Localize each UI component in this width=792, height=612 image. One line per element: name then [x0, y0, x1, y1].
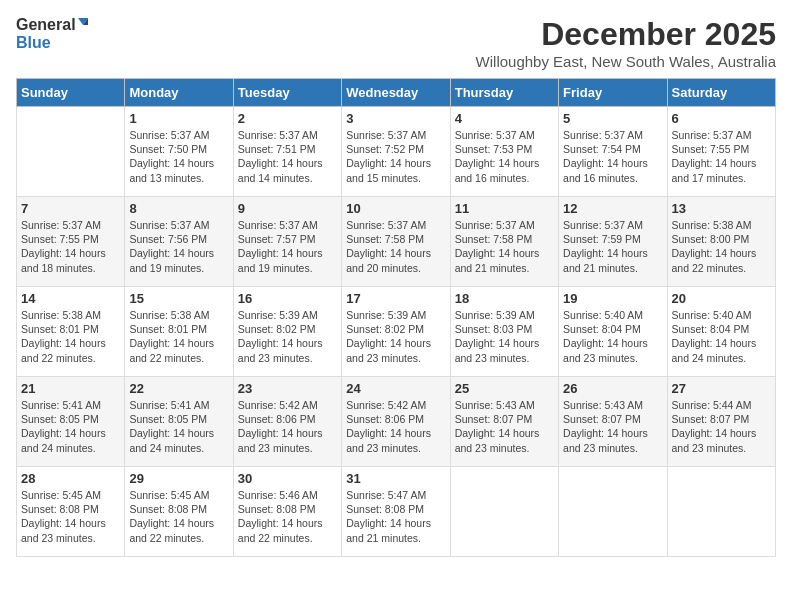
calendar-cell — [17, 107, 125, 197]
day-number: 22 — [129, 381, 228, 396]
calendar-week-row: 1Sunrise: 5:37 AM Sunset: 7:50 PM Daylig… — [17, 107, 776, 197]
calendar-cell: 24Sunrise: 5:42 AM Sunset: 8:06 PM Dayli… — [342, 377, 450, 467]
cell-content: Sunrise: 5:37 AM Sunset: 7:50 PM Dayligh… — [129, 128, 228, 185]
calendar-cell: 15Sunrise: 5:38 AM Sunset: 8:01 PM Dayli… — [125, 287, 233, 377]
calendar-cell: 3Sunrise: 5:37 AM Sunset: 7:52 PM Daylig… — [342, 107, 450, 197]
calendar-cell: 10Sunrise: 5:37 AM Sunset: 7:58 PM Dayli… — [342, 197, 450, 287]
day-number: 11 — [455, 201, 554, 216]
day-number: 31 — [346, 471, 445, 486]
day-number: 28 — [21, 471, 120, 486]
calendar-cell: 7Sunrise: 5:37 AM Sunset: 7:55 PM Daylig… — [17, 197, 125, 287]
calendar-cell: 28Sunrise: 5:45 AM Sunset: 8:08 PM Dayli… — [17, 467, 125, 557]
cell-content: Sunrise: 5:37 AM Sunset: 7:56 PM Dayligh… — [129, 218, 228, 275]
cell-content: Sunrise: 5:39 AM Sunset: 8:02 PM Dayligh… — [346, 308, 445, 365]
calendar-cell: 31Sunrise: 5:47 AM Sunset: 8:08 PM Dayli… — [342, 467, 450, 557]
logo-container: GeneralBlue — [16, 16, 94, 51]
day-number: 26 — [563, 381, 662, 396]
day-number: 1 — [129, 111, 228, 126]
day-number: 8 — [129, 201, 228, 216]
calendar-week-row: 7Sunrise: 5:37 AM Sunset: 7:55 PM Daylig… — [17, 197, 776, 287]
cell-content: Sunrise: 5:38 AM Sunset: 8:01 PM Dayligh… — [21, 308, 120, 365]
calendar-cell: 25Sunrise: 5:43 AM Sunset: 8:07 PM Dayli… — [450, 377, 558, 467]
calendar-cell: 5Sunrise: 5:37 AM Sunset: 7:54 PM Daylig… — [559, 107, 667, 197]
day-number: 4 — [455, 111, 554, 126]
day-number: 3 — [346, 111, 445, 126]
subtitle: Willoughby East, New South Wales, Austra… — [476, 53, 776, 70]
cell-content: Sunrise: 5:37 AM Sunset: 7:51 PM Dayligh… — [238, 128, 337, 185]
day-number: 7 — [21, 201, 120, 216]
cell-content: Sunrise: 5:45 AM Sunset: 8:08 PM Dayligh… — [129, 488, 228, 545]
calendar-cell: 16Sunrise: 5:39 AM Sunset: 8:02 PM Dayli… — [233, 287, 341, 377]
logo: GeneralBlue — [16, 16, 94, 51]
calendar-cell: 20Sunrise: 5:40 AM Sunset: 8:04 PM Dayli… — [667, 287, 775, 377]
cell-content: Sunrise: 5:42 AM Sunset: 8:06 PM Dayligh… — [346, 398, 445, 455]
cell-content: Sunrise: 5:38 AM Sunset: 8:01 PM Dayligh… — [129, 308, 228, 365]
day-number: 20 — [672, 291, 771, 306]
day-number: 21 — [21, 381, 120, 396]
calendar-week-row: 28Sunrise: 5:45 AM Sunset: 8:08 PM Dayli… — [17, 467, 776, 557]
calendar-cell: 27Sunrise: 5:44 AM Sunset: 8:07 PM Dayli… — [667, 377, 775, 467]
weekday-header-tuesday: Tuesday — [233, 79, 341, 107]
weekday-header-saturday: Saturday — [667, 79, 775, 107]
day-number: 18 — [455, 291, 554, 306]
day-number: 23 — [238, 381, 337, 396]
weekday-header-monday: Monday — [125, 79, 233, 107]
weekday-header-row: SundayMondayTuesdayWednesdayThursdayFrid… — [17, 79, 776, 107]
cell-content: Sunrise: 5:37 AM Sunset: 7:59 PM Dayligh… — [563, 218, 662, 275]
calendar-cell: 29Sunrise: 5:45 AM Sunset: 8:08 PM Dayli… — [125, 467, 233, 557]
calendar-cell: 11Sunrise: 5:37 AM Sunset: 7:58 PM Dayli… — [450, 197, 558, 287]
calendar-cell: 8Sunrise: 5:37 AM Sunset: 7:56 PM Daylig… — [125, 197, 233, 287]
day-number: 29 — [129, 471, 228, 486]
title-section: December 2025 Willoughby East, New South… — [476, 16, 776, 70]
cell-content: Sunrise: 5:37 AM Sunset: 7:57 PM Dayligh… — [238, 218, 337, 275]
weekday-header-thursday: Thursday — [450, 79, 558, 107]
calendar-cell — [667, 467, 775, 557]
cell-content: Sunrise: 5:37 AM Sunset: 7:53 PM Dayligh… — [455, 128, 554, 185]
day-number: 5 — [563, 111, 662, 126]
cell-content: Sunrise: 5:45 AM Sunset: 8:08 PM Dayligh… — [21, 488, 120, 545]
cell-content: Sunrise: 5:43 AM Sunset: 8:07 PM Dayligh… — [455, 398, 554, 455]
cell-content: Sunrise: 5:40 AM Sunset: 8:04 PM Dayligh… — [563, 308, 662, 365]
calendar-cell: 18Sunrise: 5:39 AM Sunset: 8:03 PM Dayli… — [450, 287, 558, 377]
calendar-cell: 13Sunrise: 5:38 AM Sunset: 8:00 PM Dayli… — [667, 197, 775, 287]
cell-content: Sunrise: 5:43 AM Sunset: 8:07 PM Dayligh… — [563, 398, 662, 455]
cell-content: Sunrise: 5:39 AM Sunset: 8:03 PM Dayligh… — [455, 308, 554, 365]
calendar-cell: 17Sunrise: 5:39 AM Sunset: 8:02 PM Dayli… — [342, 287, 450, 377]
day-number: 30 — [238, 471, 337, 486]
cell-content: Sunrise: 5:37 AM Sunset: 7:58 PM Dayligh… — [455, 218, 554, 275]
main-title: December 2025 — [476, 16, 776, 53]
calendar-week-row: 21Sunrise: 5:41 AM Sunset: 8:05 PM Dayli… — [17, 377, 776, 467]
day-number: 12 — [563, 201, 662, 216]
day-number: 2 — [238, 111, 337, 126]
cell-content: Sunrise: 5:37 AM Sunset: 7:55 PM Dayligh… — [672, 128, 771, 185]
day-number: 10 — [346, 201, 445, 216]
logo-general-text: General — [16, 16, 76, 34]
day-number: 27 — [672, 381, 771, 396]
calendar-cell: 6Sunrise: 5:37 AM Sunset: 7:55 PM Daylig… — [667, 107, 775, 197]
day-number: 14 — [21, 291, 120, 306]
cell-content: Sunrise: 5:38 AM Sunset: 8:00 PM Dayligh… — [672, 218, 771, 275]
cell-content: Sunrise: 5:37 AM Sunset: 7:58 PM Dayligh… — [346, 218, 445, 275]
calendar-cell: 26Sunrise: 5:43 AM Sunset: 8:07 PM Dayli… — [559, 377, 667, 467]
calendar-cell: 14Sunrise: 5:38 AM Sunset: 8:01 PM Dayli… — [17, 287, 125, 377]
cell-content: Sunrise: 5:40 AM Sunset: 8:04 PM Dayligh… — [672, 308, 771, 365]
calendar-cell — [450, 467, 558, 557]
calendar-cell: 4Sunrise: 5:37 AM Sunset: 7:53 PM Daylig… — [450, 107, 558, 197]
day-number: 6 — [672, 111, 771, 126]
day-number: 24 — [346, 381, 445, 396]
day-number: 25 — [455, 381, 554, 396]
day-number: 17 — [346, 291, 445, 306]
cell-content: Sunrise: 5:41 AM Sunset: 8:05 PM Dayligh… — [21, 398, 120, 455]
weekday-header-sunday: Sunday — [17, 79, 125, 107]
calendar-table: SundayMondayTuesdayWednesdayThursdayFrid… — [16, 78, 776, 557]
cell-content: Sunrise: 5:42 AM Sunset: 8:06 PM Dayligh… — [238, 398, 337, 455]
day-number: 16 — [238, 291, 337, 306]
calendar-cell: 12Sunrise: 5:37 AM Sunset: 7:59 PM Dayli… — [559, 197, 667, 287]
cell-content: Sunrise: 5:44 AM Sunset: 8:07 PM Dayligh… — [672, 398, 771, 455]
day-number: 15 — [129, 291, 228, 306]
calendar-cell: 22Sunrise: 5:41 AM Sunset: 8:05 PM Dayli… — [125, 377, 233, 467]
day-number: 19 — [563, 291, 662, 306]
weekday-header-friday: Friday — [559, 79, 667, 107]
calendar-week-row: 14Sunrise: 5:38 AM Sunset: 8:01 PM Dayli… — [17, 287, 776, 377]
calendar-cell: 2Sunrise: 5:37 AM Sunset: 7:51 PM Daylig… — [233, 107, 341, 197]
